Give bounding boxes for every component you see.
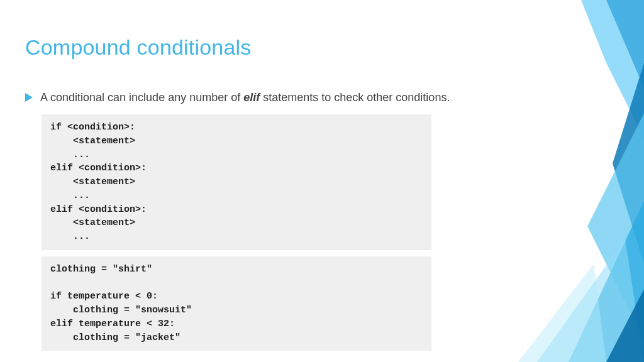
bullet-bold: elif xyxy=(243,91,260,104)
triangle-bullet-icon xyxy=(25,93,33,102)
svg-marker-6 xyxy=(518,264,606,362)
decorative-triangles xyxy=(480,0,644,362)
bullet-text: A conditional can include any number of … xyxy=(40,90,450,106)
slide-content: Compound conditionals A conditional can … xyxy=(0,0,491,351)
slide-title: Compound conditionals xyxy=(25,35,453,60)
bullet-pre: A conditional can include any number of xyxy=(40,91,243,104)
bullet-item: A conditional can include any number of … xyxy=(25,90,453,106)
code-block-example: clothing = "shirt" if temperature < 0: c… xyxy=(42,256,431,351)
code-block-syntax: if <condition>: <statement> ... elif <co… xyxy=(42,114,431,250)
bullet-post: statements to check other conditions. xyxy=(260,91,450,104)
svg-marker-8 xyxy=(25,93,33,102)
